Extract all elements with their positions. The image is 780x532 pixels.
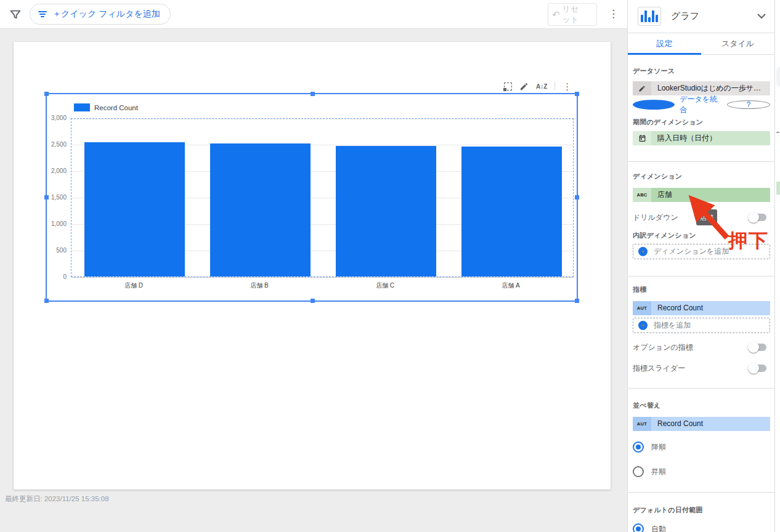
date-dimension-value: 購入日時（日付）	[651, 131, 770, 145]
resize-handle[interactable]	[44, 92, 49, 96]
y-tick-label: 2,500	[36, 141, 67, 148]
radio-unselected-icon[interactable]	[633, 466, 644, 477]
plot-area[interactable]	[71, 118, 574, 277]
properties-panel: グラフ 設定 スタイル データソース LookerStudioはじめの一歩サ… …	[627, 0, 774, 532]
y-tick-label: 1,000	[36, 220, 67, 227]
metric-slider-row: 指標スライダー	[633, 363, 770, 374]
metric-slider-toggle[interactable]	[750, 365, 766, 372]
sort-desc-option[interactable]: 降順	[633, 441, 666, 453]
bar-chart[interactable]: A↕Z ⋮ Record Count 05001,0001,5002,0002,…	[14, 42, 611, 350]
section-divider	[628, 161, 774, 162]
date-range-auto-option[interactable]: 自動	[633, 523, 666, 532]
resize-handle[interactable]	[575, 299, 579, 303]
resize-handle[interactable]	[311, 92, 315, 96]
add-metric-label: 指標を追加	[654, 320, 691, 331]
plus-icon: +	[638, 247, 648, 256]
bar-1[interactable]	[84, 142, 185, 276]
edit-pencil-icon	[633, 81, 651, 95]
metric-chip[interactable]: AUT Record Count	[633, 301, 770, 315]
x-tick-label: 店舗 B	[216, 281, 303, 290]
data-source-label: データソース	[633, 66, 675, 76]
resize-handle[interactable]	[575, 195, 579, 200]
filter-lines-icon	[38, 10, 47, 18]
x-tick-label: 店舗 D	[91, 281, 177, 290]
reset-button[interactable]: ↶ リセット	[548, 3, 597, 26]
legend-label: Record Count	[94, 104, 138, 111]
bar-4[interactable]	[461, 147, 562, 276]
panel-header[interactable]: グラフ	[628, 0, 774, 33]
y-tick-label: 1,500	[36, 194, 67, 201]
toolbar-more-menu-icon[interactable]: ⋮	[608, 7, 618, 21]
drilldown-toggle[interactable]	[750, 214, 766, 221]
blend-data-button[interactable]: + データを統合 ?	[633, 99, 770, 110]
panel-title: グラフ	[671, 10, 747, 22]
filter-funnel-icon[interactable]	[9, 8, 22, 22]
gridline	[71, 119, 573, 119]
data-source-chip[interactable]: LookerStudioはじめの一歩サ…	[633, 81, 770, 95]
optional-metric-label: オプションの指標	[633, 342, 750, 353]
plus-icon: +	[633, 100, 675, 110]
section-divider	[628, 388, 774, 389]
sort-desc-label: 降順	[651, 442, 666, 453]
chart-type-icon	[638, 7, 661, 26]
edit-pencil-icon[interactable]	[519, 82, 529, 91]
tab-style[interactable]: スタイル	[701, 33, 774, 54]
date-dimension-label: 期間のディメンション	[633, 118, 703, 127]
dimension-chip[interactable]: ABC 店舗	[633, 188, 770, 202]
resize-handle[interactable]	[44, 299, 49, 303]
dimension-value: 店舗	[651, 188, 770, 202]
y-tick-label: 500	[36, 247, 67, 254]
panel-tabs: 設定 スタイル	[628, 33, 774, 55]
top-toolbar: ＋クイック フィルタを追加 ↶ リセット ⋮	[0, 0, 627, 29]
search-box-fragment	[776, 66, 780, 87]
metric-value: Record Count	[651, 301, 770, 315]
resize-handle[interactable]	[575, 92, 579, 96]
breakdown-dimension-label: 内訳ディメンション	[633, 231, 696, 240]
date-dimension-chip[interactable]: 購入日時（日付）	[633, 131, 770, 145]
add-quick-filter-button[interactable]: ＋クイック フィルタを追加	[30, 4, 171, 25]
annotation-text: 押下	[728, 228, 769, 254]
tab-setup[interactable]: 設定	[628, 33, 701, 54]
date-range-auto-label: 自動	[651, 524, 666, 532]
dimension-label: ディメンション	[633, 172, 682, 181]
chevron-down-icon[interactable]	[757, 14, 766, 19]
add-metric-button[interactable]: + 指標を追加	[633, 318, 770, 333]
report-canvas[interactable]: A↕Z ⋮ Record Count 05001,0001,5002,0002,…	[0, 29, 627, 532]
blend-data-label: データを統合	[680, 94, 721, 115]
section-divider	[628, 492, 774, 493]
metric-slider-label: 指標スライダー	[633, 363, 750, 374]
help-icon[interactable]: ?	[727, 100, 770, 109]
optional-metric-row: オプションの指標	[633, 342, 770, 353]
chart-hover-toolbar: A↕Z ⋮	[504, 80, 572, 92]
sort-asc-option[interactable]: 昇順	[633, 466, 666, 477]
data-source-name: LookerStudioはじめの一歩サ…	[651, 81, 770, 95]
resize-handle[interactable]	[311, 299, 315, 303]
radio-selected-icon[interactable]	[633, 523, 644, 532]
y-tick-label: 0	[36, 273, 67, 280]
sort-label: 並べ替え	[633, 401, 660, 410]
y-tick-label: 2,000	[36, 167, 67, 174]
field-chip-fragment	[776, 182, 780, 195]
plus-icon: +	[638, 321, 648, 330]
sort-az-icon[interactable]: A↕Z	[536, 83, 547, 90]
sort-metric-chip[interactable]: AUT Record Count	[633, 417, 770, 431]
radio-selected-icon[interactable]	[633, 441, 644, 453]
chart-more-menu-icon[interactable]: ⋮	[563, 82, 572, 91]
add-dimension-label: ディメンションを追加	[654, 246, 729, 257]
bar-2[interactable]	[210, 143, 311, 276]
data-panel-edge	[774, 0, 780, 532]
toolbar-separator	[555, 82, 555, 91]
optional-metric-toggle[interactable]	[750, 344, 766, 351]
divider-fragment	[776, 132, 779, 133]
add-quick-filter-label: ＋クイック フィルタを追加	[52, 9, 160, 20]
drag-tooltip: 店舗	[696, 209, 717, 225]
calendar-icon	[633, 131, 651, 145]
auto-type-icon: AUT	[633, 301, 651, 315]
gridline	[71, 277, 573, 278]
report-page[interactable]: A↕Z ⋮ Record Count 05001,0001,5002,0002,…	[14, 42, 611, 490]
bar-3[interactable]	[336, 146, 436, 276]
marquee-select-icon[interactable]	[504, 83, 512, 91]
sort-asc-label: 昇順	[651, 467, 666, 477]
metric-label: 指標	[633, 285, 646, 294]
last-updated-text: 最終更新日: 2023/11/25 15:35:08	[5, 494, 109, 504]
